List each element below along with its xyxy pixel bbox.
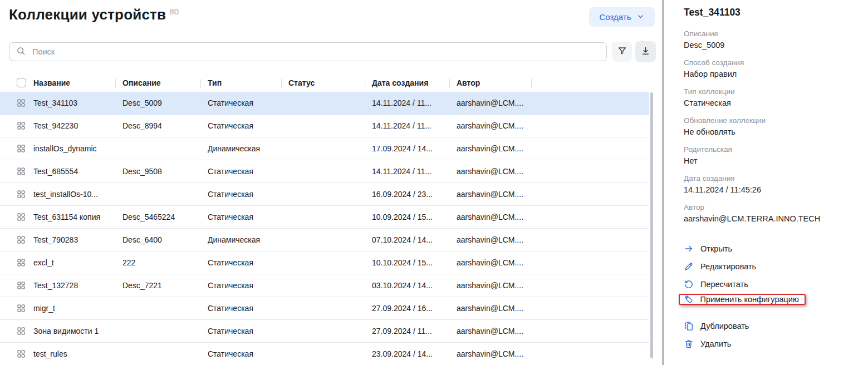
panel-action[interactable]: Редактировать: [684, 261, 756, 272]
cell-author: aarshavin@LCM....: [457, 213, 532, 221]
cell-name: Test_341103: [33, 98, 122, 107]
cell-type: Статическая: [208, 190, 288, 199]
panel-field: Обновление коллекции Не обновлять: [684, 115, 858, 137]
table-row[interactable]: test_installOs-10... Статическая 16.09.2…: [0, 183, 649, 206]
table-row[interactable]: Test_631154 копия Desc_5465224 Статическ…: [0, 206, 649, 229]
cell-name: test_rules: [33, 349, 122, 358]
panel-fields: Описание Desc_5009 Способ создания Набор…: [684, 28, 858, 224]
panel-action[interactable]: Дублировать: [684, 320, 749, 332]
cell-author: aarshavin@LCM....: [457, 304, 532, 313]
cell-author: aarshavin@LCM....: [457, 144, 532, 153]
table-row[interactable]: Test_132728 Desc_7221 Статическая 03.10.…: [0, 274, 649, 297]
column-header: Статус: [288, 78, 372, 87]
column-header: Описание: [122, 78, 208, 87]
search-input[interactable]: [31, 47, 600, 57]
cell-type: Динамическая: [208, 144, 288, 153]
cell-type: Статическая: [208, 98, 288, 107]
panel-field-value: 14.11.2024 / 11:45:26: [684, 184, 858, 195]
table-row[interactable]: Test_790283 Desc_6400 Динамическая 07.10…: [0, 229, 649, 251]
panel-field-label: Способ создания: [684, 57, 858, 68]
create-button-label: Создать: [599, 12, 631, 22]
cell-name: Test_942230: [33, 121, 122, 130]
panel-field-label: Автор: [684, 202, 858, 213]
search-icon: [16, 46, 26, 58]
download-icon: [640, 46, 651, 58]
filter-button[interactable]: [612, 42, 632, 62]
cell-author: aarshavin@LCM....: [457, 281, 532, 290]
panel-action[interactable]: Удалить: [684, 338, 731, 349]
create-button[interactable]: Создать: [589, 7, 655, 27]
cell-description: Desc_5465224: [122, 213, 208, 221]
pencil-icon: [684, 262, 694, 272]
table-row[interactable]: Зона видимости 1 Статическая 27.09.2024 …: [0, 320, 649, 343]
table-row[interactable]: installOs_dynamic Динамическая 17.09.202…: [0, 137, 649, 160]
cell-name: migr_t: [33, 304, 122, 313]
page-title-text: Коллекции устройств: [9, 6, 166, 23]
cell-type: Статическая: [208, 349, 288, 358]
panel-field-label: Родительская: [684, 144, 858, 155]
panel-action[interactable]: Применить конфигурацию: [679, 294, 806, 305]
cell-author: aarshavin@LCM....: [457, 98, 532, 107]
collection-grid-icon: [17, 121, 26, 130]
panel-field-label: Обновление коллекции: [684, 115, 858, 126]
cell-created: 03.10.2024 / 14...: [372, 281, 457, 290]
table-row[interactable]: migr_t Статическая 27.09.2024 / 16... aa…: [0, 297, 649, 320]
panel-action-label: Редактировать: [700, 262, 756, 271]
panel-field-value: Набор правил: [684, 68, 858, 80]
cell-description: Desc_7221: [122, 281, 208, 290]
panel-field: Дата создания 14.11.2024 / 11:45:26: [684, 173, 858, 195]
download-button[interactable]: [635, 41, 656, 62]
collection-grid-icon: [17, 235, 26, 244]
panel-title: Test_341103: [684, 7, 858, 18]
search-bar: [9, 42, 607, 61]
cell-name: Зона видимости 1: [33, 327, 122, 336]
chevron-down-icon: [636, 12, 645, 22]
panel-action-label: Применить конфигурацию: [700, 295, 799, 304]
collection-count: 80: [169, 7, 179, 16]
cell-author: aarshavin@LCM....: [457, 235, 532, 244]
cell-type: Статическая: [208, 258, 288, 267]
cell-name: Test_132728: [33, 281, 122, 290]
panel-field-label: Описание: [684, 28, 858, 40]
collection-grid-icon: [17, 327, 26, 336]
detail-panel: Test_341103 Описание Desc_5009 Способ со…: [664, 0, 868, 365]
collection-grid-icon: [17, 167, 26, 176]
cell-author: aarshavin@LCM....: [457, 349, 532, 358]
cell-created: 14.11.2024 / 11...: [372, 98, 457, 107]
panel-field-label: Дата создания: [684, 173, 858, 184]
table-row[interactable]: test_rules Статическая 23.09.2024 / 14..…: [0, 343, 649, 365]
cell-description: Desc_5009: [122, 98, 208, 107]
cell-name: Test_790283: [33, 235, 122, 244]
cell-created: 27.09.2024 / 11...: [372, 327, 457, 336]
cell-name: Test_631154 копия: [33, 213, 122, 221]
panel-field-value: Статическая: [684, 97, 858, 108]
panel-action[interactable]: Открыть: [684, 243, 732, 254]
table-scrollbar[interactable]: [650, 92, 653, 358]
cell-description: 222: [122, 258, 208, 267]
cell-description: Desc_6400: [122, 235, 208, 244]
flash-drive-icon: [684, 294, 694, 304]
cell-type: Статическая: [208, 167, 288, 176]
panel-field-value: Desc_5009: [684, 40, 858, 51]
cell-created: 17.09.2024 / 14...: [372, 144, 457, 153]
cell-created: 23.09.2024 / 14...: [372, 349, 457, 358]
cell-created: 10.09.2024 / 15...: [372, 213, 457, 221]
table-row[interactable]: Test_685554 Desc_9508 Статическая 14.11.…: [0, 160, 649, 183]
panel-field-value: aarshavin@LCM.TERRA.INNO.TECH: [684, 213, 858, 224]
panel-action[interactable]: Пересчитать: [684, 279, 748, 290]
cell-author: aarshavin@LCM....: [457, 121, 532, 130]
panel-action-label: Удалить: [700, 339, 731, 348]
table-row[interactable]: Test_341103 Desc_5009 Статическая 14.11.…: [0, 92, 649, 115]
select-all-checkbox[interactable]: [17, 78, 26, 87]
table-row[interactable]: Test_942230 Desc_8994 Статическая 14.11.…: [0, 115, 649, 137]
collection-grid-icon: [17, 258, 26, 267]
table-header: Название Описание Тип Статус Дата создан…: [0, 75, 649, 91]
cell-type: Статическая: [208, 213, 288, 221]
collection-grid-icon: [17, 98, 26, 107]
collection-grid-icon: [17, 349, 26, 358]
table-row[interactable]: excl_t 222 Статическая 10.10.2024 / 15..…: [0, 251, 649, 274]
arrow-right-icon: [684, 244, 694, 254]
cell-type: Статическая: [208, 327, 288, 336]
cell-type: Статическая: [208, 304, 288, 313]
column-header: Название: [33, 78, 122, 87]
